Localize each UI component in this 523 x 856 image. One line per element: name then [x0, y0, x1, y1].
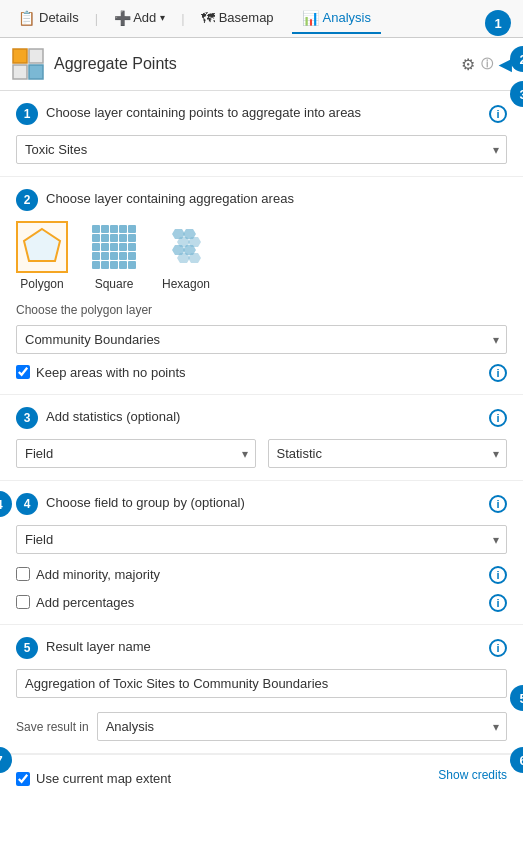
hexagon-label: Hexagon	[162, 277, 210, 291]
step4-info-icon[interactable]: i	[489, 495, 507, 513]
statistic-dropdown-wrap: Statistic	[268, 439, 508, 468]
info-icon-header[interactable]: ⓘ	[481, 56, 493, 73]
step4-field-dropdown[interactable]: Field	[16, 525, 507, 554]
step3-dropdowns-row: Field Statistic	[16, 439, 507, 468]
step1-header: 1 Choose layer containing points to aggr…	[16, 103, 507, 125]
step3-circle: 3	[16, 407, 38, 429]
badge-5[interactable]: 5	[510, 685, 523, 711]
step4-header: 4 Choose field to group by (optional) i	[16, 493, 507, 515]
badge-2[interactable]: 2	[510, 46, 523, 72]
percentages-checkbox[interactable]	[16, 595, 30, 609]
step1-layer-dropdown[interactable]: Toxic Sites	[16, 135, 507, 164]
minority-checkbox-row: Add minority, majority i	[16, 564, 507, 584]
step5-info-icon[interactable]: i	[489, 639, 507, 657]
save-in-dropdown[interactable]: Analysis	[97, 712, 507, 741]
step2-title: Choose layer containing aggregation area…	[46, 189, 507, 206]
nav-sep-1: |	[95, 11, 98, 26]
field-dropdown-wrap: Field	[16, 439, 256, 468]
step2-section: 2 Choose layer containing aggregation ar…	[0, 177, 523, 395]
panel-header-actions: ⚙ ⓘ ◀	[461, 55, 511, 74]
step2-layer-dropdown[interactable]: Community Boundaries	[16, 325, 507, 354]
step4-title: Choose field to group by (optional)	[46, 493, 481, 510]
nav-basemap-label: Basemap	[219, 10, 274, 25]
svg-rect-1	[29, 49, 43, 63]
polygon-shape-icon	[20, 225, 64, 269]
nav-basemap[interactable]: 🗺 Basemap	[191, 4, 284, 34]
keep-areas-label: Keep areas with no points	[36, 365, 186, 380]
badge-4[interactable]: 4	[0, 491, 12, 517]
percentages-label: Add percentages	[36, 595, 134, 610]
step1-circle: 1	[16, 103, 38, 125]
step5-circle: 5	[16, 637, 38, 659]
shape-hexagon[interactable]: Hexagon	[160, 221, 212, 291]
badge-6[interactable]: 6	[510, 747, 523, 773]
badge-3[interactable]: 3	[510, 81, 523, 107]
step3-section: 3 Add statistics (optional) i Field Stat…	[0, 395, 523, 481]
hexagon-shape-icon	[164, 225, 208, 269]
step5-header: 5 Result layer name i	[16, 637, 507, 659]
gear-icon[interactable]: ⚙	[461, 55, 475, 74]
step2-checkbox-row: Keep areas with no points i	[16, 362, 507, 382]
keep-areas-checkbox[interactable]	[16, 365, 30, 379]
app-wrapper: 📋 Details | ➕ Add ▾ | 🗺 Basemap 📊 Analys…	[0, 0, 523, 794]
step4-circle: 4	[16, 493, 38, 515]
panel-title: Aggregate Points	[54, 55, 461, 73]
step2-circle: 2	[16, 189, 38, 211]
map-extent-checkbox[interactable]	[16, 772, 30, 786]
shape-polygon[interactable]: Polygon	[16, 221, 68, 291]
bottom-bar: Use current map extent Show credits 6 7	[0, 754, 523, 794]
keep-areas-info-icon[interactable]: i	[489, 364, 507, 382]
minority-label: Add minority, majority	[36, 567, 160, 582]
nav-add[interactable]: ➕ Add ▾	[104, 4, 175, 34]
step3-info-icon[interactable]: i	[489, 409, 507, 427]
save-dropdown-wrap: Analysis	[97, 712, 507, 741]
badge-1[interactable]: 1	[485, 10, 511, 36]
show-credits-link[interactable]: Show credits	[438, 768, 507, 782]
polygon-icon-wrap	[16, 221, 68, 273]
minority-checkbox[interactable]	[16, 567, 30, 581]
step5-section: 5 Result layer name i Aggregation of Tox…	[0, 625, 523, 754]
aggregate-points-icon	[12, 48, 44, 80]
step5-title: Result layer name	[46, 637, 481, 654]
save-row: Save result in Analysis	[16, 712, 507, 741]
field-dropdown[interactable]: Field	[16, 439, 256, 468]
polygon-label: Polygon	[20, 277, 63, 291]
polygon-sublabel: Choose the polygon layer	[16, 303, 507, 317]
step2-header: 2 Choose layer containing aggregation ar…	[16, 189, 507, 211]
nav-details-label: Details	[39, 10, 79, 25]
step1-dropdown-wrap: Toxic Sites	[16, 135, 507, 164]
add-chevron-icon: ▾	[160, 12, 165, 23]
step1-info-icon[interactable]: i	[489, 105, 507, 123]
map-extent-label: Use current map extent	[36, 771, 171, 786]
svg-marker-4	[24, 229, 60, 261]
panel-header: Aggregate Points ⚙ ⓘ ◀ 2	[0, 38, 523, 91]
nav-details[interactable]: 📋 Details	[8, 4, 89, 34]
nav-analysis-label: Analysis	[323, 10, 371, 25]
svg-rect-2	[13, 65, 27, 79]
percentages-info-icon[interactable]: i	[489, 594, 507, 612]
shape-square[interactable]: Square	[88, 221, 140, 291]
minority-info-icon[interactable]: i	[489, 566, 507, 584]
top-nav: 📋 Details | ➕ Add ▾ | 🗺 Basemap 📊 Analys…	[0, 0, 523, 38]
shape-options: Polygon Square	[16, 221, 507, 291]
statistic-dropdown[interactable]: Statistic	[268, 439, 508, 468]
square-label: Square	[95, 277, 134, 291]
step3-header: 3 Add statistics (optional) i	[16, 407, 507, 429]
map-extent-row: Use current map extent	[16, 771, 171, 786]
nav-analysis[interactable]: 📊 Analysis	[292, 4, 381, 34]
square-grid-icon	[92, 225, 136, 269]
step3-title: Add statistics (optional)	[46, 407, 481, 424]
details-icon: 📋	[18, 10, 35, 26]
step1-section: 1 Choose layer containing points to aggr…	[0, 91, 523, 177]
basemap-icon: 🗺	[201, 10, 215, 26]
add-icon: ➕	[114, 10, 131, 26]
result-name-input[interactable]: Aggregation of Toxic Sites to Community …	[16, 669, 507, 698]
step1-title: Choose layer containing points to aggreg…	[46, 103, 481, 120]
nav-sep-2: |	[181, 11, 184, 26]
percentages-checkbox-row: Add percentages i	[16, 592, 507, 612]
analysis-icon: 📊	[302, 10, 319, 26]
step2-dropdown-wrap: Community Boundaries	[16, 325, 507, 354]
svg-rect-3	[29, 65, 43, 79]
step4-section: 4 Choose field to group by (optional) i …	[0, 481, 523, 625]
hexagon-icon-wrap	[160, 221, 212, 273]
